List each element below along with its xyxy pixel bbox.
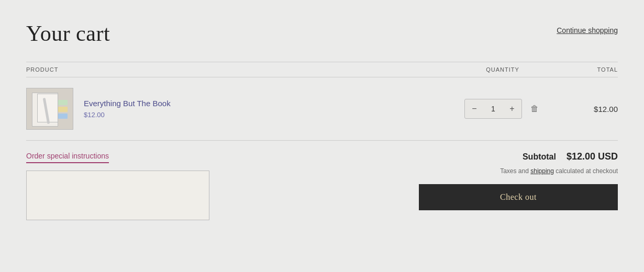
product-col: Everything But The Book $12.00 [26, 88, 450, 130]
page-title: Your cart [26, 21, 110, 46]
bottom-section: Order special instructions Subtotal $12.… [26, 151, 618, 220]
continue-shopping-link[interactable]: Continue shopping [557, 26, 618, 35]
col-header-total: Total [555, 66, 618, 73]
taxes-text-end: calculated at checkout [554, 167, 618, 175]
increase-quantity-button[interactable]: + [503, 99, 521, 118]
instructions-label: Order special instructions [26, 152, 109, 163]
product-price: $12.00 [84, 111, 171, 119]
product-info: Everything But The Book $12.00 [84, 99, 171, 119]
decrease-quantity-button[interactable]: − [465, 99, 484, 118]
col-header-quantity: Quantity [450, 66, 555, 73]
instructions-textarea[interactable] [26, 171, 209, 220]
quantity-stepper[interactable]: − 1 + [464, 99, 522, 119]
quantity-col: − 1 + 🗑 [450, 99, 555, 119]
checkout-button[interactable]: Check out [419, 184, 618, 210]
instructions-section: Order special instructions [26, 151, 403, 220]
table-row: Everything But The Book $12.00 − 1 + 🗑 $… [26, 77, 618, 141]
taxes-note: Taxes and shipping calculated at checkou… [500, 167, 618, 175]
trash-icon: 🗑 [530, 104, 539, 113]
shipping-link[interactable]: shipping [530, 167, 554, 175]
product-image [26, 88, 73, 130]
checkout-section: Subtotal $12.00 USD Taxes and shipping c… [419, 151, 618, 220]
subtotal-row: Subtotal $12.00 USD [419, 151, 618, 162]
taxes-text: Taxes and [500, 167, 530, 175]
col-header-product: Product [26, 66, 450, 73]
table-header: Product Quantity Total [26, 62, 618, 77]
item-total: $12.00 [555, 105, 618, 114]
product-name: Everything But The Book [84, 99, 171, 108]
subtotal-label: Subtotal [523, 152, 556, 162]
remove-item-button[interactable]: 🗑 [528, 102, 541, 116]
subtotal-value: $12.00 USD [567, 151, 618, 162]
quantity-value: 1 [484, 105, 503, 113]
